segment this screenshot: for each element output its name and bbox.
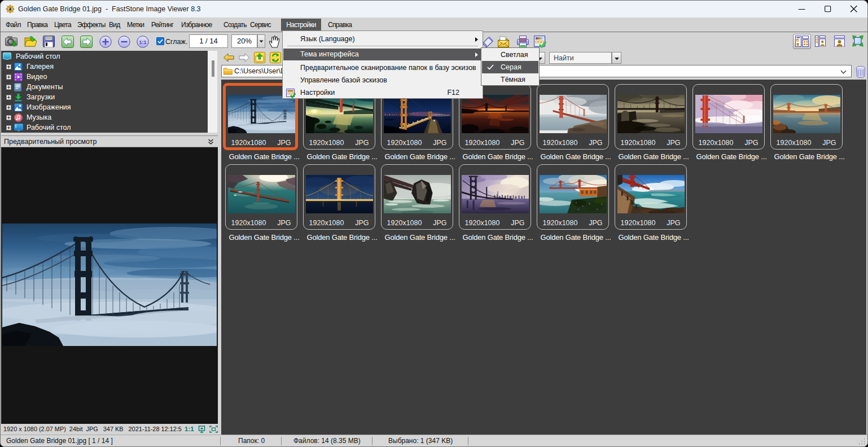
svg-text:1:1: 1:1 <box>139 40 146 45</box>
